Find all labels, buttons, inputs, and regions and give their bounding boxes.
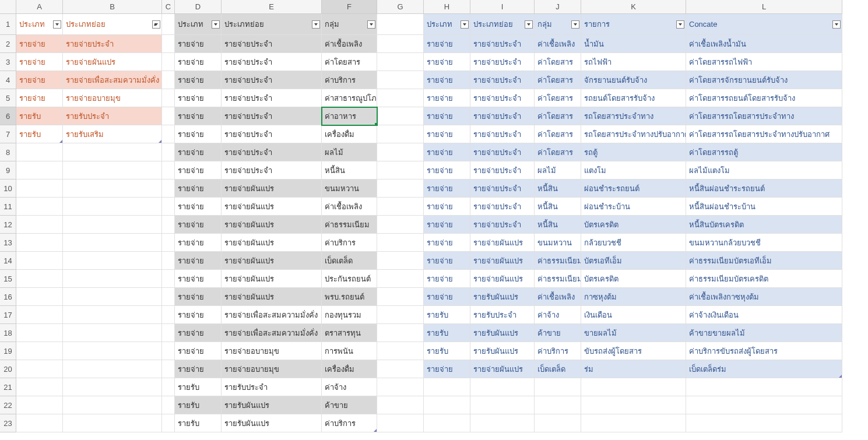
cell-J17[interactable]: ค่าจ้าง bbox=[535, 306, 581, 324]
cell-L10[interactable]: หนี้สินผ่อนชำระรถยนต์ bbox=[686, 179, 842, 198]
row-header-17[interactable]: 17 bbox=[0, 306, 16, 324]
cell-C18[interactable] bbox=[162, 324, 175, 342]
cell-H20[interactable]: รายจ่าย bbox=[424, 360, 470, 378]
cell-H13[interactable]: รายจ่าย bbox=[424, 234, 470, 252]
cell-F18[interactable]: ตราสารทุน bbox=[322, 324, 377, 342]
cell-L5[interactable]: ค่าโดยสารรถยนต์โดยสารรับจ้าง bbox=[686, 89, 842, 107]
cell-I13[interactable]: รายจ่ายผันแปร bbox=[470, 234, 535, 252]
cell-K17[interactable]: เงินเดือน bbox=[581, 306, 686, 324]
cell-I18[interactable]: รายรับผันแปร bbox=[470, 324, 535, 342]
cell-L14[interactable]: ค่าธรรมเนียมบัตรเอทีเอ็ม bbox=[686, 252, 842, 270]
cell-I1[interactable]: ประเภทย่อย bbox=[470, 14, 535, 35]
cell-K5[interactable]: รถยนต์โดยสารรับจ้าง bbox=[581, 89, 686, 107]
cell-C2[interactable] bbox=[162, 35, 175, 53]
cell-J2[interactable]: ค่าเชื้อเพลิง bbox=[535, 35, 581, 53]
cell-G19[interactable] bbox=[377, 342, 424, 360]
row-header-1[interactable]: 1 bbox=[0, 14, 16, 35]
cell-F17[interactable]: กองทุนรวม bbox=[322, 306, 377, 324]
cell-E6[interactable]: รายจ่ายประจำ bbox=[222, 107, 322, 125]
cell-B12[interactable] bbox=[63, 216, 162, 234]
cell-K1[interactable]: รายการ bbox=[581, 14, 686, 35]
cell-J22[interactable] bbox=[535, 396, 581, 414]
cell-H7[interactable]: รายจ่าย bbox=[424, 125, 470, 143]
cell-A13[interactable] bbox=[16, 234, 63, 252]
cell-D1[interactable]: ประเภท bbox=[175, 14, 222, 35]
cell-E12[interactable]: รายจ่ายผันแปร bbox=[222, 216, 322, 234]
cell-F1[interactable]: กลุ่ม bbox=[322, 14, 377, 35]
cell-I21[interactable] bbox=[470, 378, 535, 396]
cell-B7[interactable]: รายรับเสริม bbox=[63, 125, 162, 143]
cell-K2[interactable]: น้ำมัน bbox=[581, 35, 686, 53]
cell-F22[interactable]: ค้าขาย bbox=[322, 396, 377, 414]
cell-L4[interactable]: ค่าโดยสารจักรยานยนต์รับจ้าง bbox=[686, 71, 842, 89]
cell-F21[interactable]: ค่าจ้าง bbox=[322, 378, 377, 396]
cell-J7[interactable]: ค่าโดยสาร bbox=[535, 125, 581, 143]
cell-K9[interactable]: แตงโม bbox=[581, 161, 686, 179]
cell-J11[interactable]: หนี้สิน bbox=[535, 198, 581, 216]
cell-F7[interactable]: เครื่องดื่ม bbox=[322, 125, 377, 143]
cell-L19[interactable]: ค่าบริการขับรถส่งผู้โดยสาร bbox=[686, 342, 842, 360]
col-header-A[interactable]: A bbox=[16, 0, 63, 14]
row-header-10[interactable]: 10 bbox=[0, 179, 16, 198]
cell-A22[interactable] bbox=[16, 396, 63, 414]
row-header-9[interactable]: 9 bbox=[0, 161, 16, 179]
cell-E1[interactable]: ประเภทย่อย bbox=[222, 14, 322, 35]
cell-E16[interactable]: รายจ่ายผันแปร bbox=[222, 288, 322, 306]
cell-K15[interactable]: บัตรเครดิต bbox=[581, 270, 686, 288]
cell-B23[interactable] bbox=[63, 414, 162, 432]
col-header-H[interactable]: H bbox=[424, 0, 470, 14]
cell-G14[interactable] bbox=[377, 252, 424, 270]
cell-I17[interactable]: รายรับประจำ bbox=[470, 306, 535, 324]
cell-B18[interactable] bbox=[63, 324, 162, 342]
cell-A9[interactable] bbox=[16, 161, 63, 179]
cell-J18[interactable]: ค้าขาย bbox=[535, 324, 581, 342]
cell-J23[interactable] bbox=[535, 414, 581, 432]
cell-J6[interactable]: ค่าโดยสาร bbox=[535, 107, 581, 125]
cell-J19[interactable]: ค่าบริการ bbox=[535, 342, 581, 360]
cell-C13[interactable] bbox=[162, 234, 175, 252]
cell-D16[interactable]: รายจ่าย bbox=[175, 288, 222, 306]
cell-J20[interactable]: เบ็ดเตล็ด bbox=[535, 360, 581, 378]
cell-K23[interactable] bbox=[581, 414, 686, 432]
row-header-15[interactable]: 15 bbox=[0, 270, 16, 288]
cell-J4[interactable]: ค่าโดยสาร bbox=[535, 71, 581, 89]
cell-K3[interactable]: รถไฟฟ้า bbox=[581, 53, 686, 71]
cell-J12[interactable]: หนี้สิน bbox=[535, 216, 581, 234]
row-header-18[interactable]: 18 bbox=[0, 324, 16, 342]
cell-B17[interactable] bbox=[63, 306, 162, 324]
cell-C15[interactable] bbox=[162, 270, 175, 288]
cell-K21[interactable] bbox=[581, 378, 686, 396]
cell-E13[interactable]: รายจ่ายผันแปร bbox=[222, 234, 322, 252]
row-header-12[interactable]: 12 bbox=[0, 216, 16, 234]
cell-L3[interactable]: ค่าโดยสารรถไฟฟ้า bbox=[686, 53, 842, 71]
col-header-F[interactable]: F bbox=[322, 0, 377, 14]
cell-L6[interactable]: ค่าโดยสารรถโดยสารประจำทาง bbox=[686, 107, 842, 125]
cell-L23[interactable] bbox=[686, 414, 842, 432]
cell-F14[interactable]: เบ็ดเตล็ด bbox=[322, 252, 377, 270]
cell-K4[interactable]: จักรยานยนต์รับจ้าง bbox=[581, 71, 686, 89]
cell-I15[interactable]: รายจ่ายผันแปร bbox=[470, 270, 535, 288]
cell-B15[interactable] bbox=[63, 270, 162, 288]
cell-C14[interactable] bbox=[162, 252, 175, 270]
cell-B13[interactable] bbox=[63, 234, 162, 252]
cell-D20[interactable]: รายจ่าย bbox=[175, 360, 222, 378]
cell-C7[interactable] bbox=[162, 125, 175, 143]
cell-L18[interactable]: ค้าขายขายผลไม้ bbox=[686, 324, 842, 342]
cell-C10[interactable] bbox=[162, 179, 175, 198]
cell-D23[interactable]: รายรับ bbox=[175, 414, 222, 432]
cell-C8[interactable] bbox=[162, 143, 175, 161]
cell-K19[interactable]: ขับรถส่งผู้โดยสาร bbox=[581, 342, 686, 360]
cell-H18[interactable]: รายรับ bbox=[424, 324, 470, 342]
cell-A5[interactable]: รายจ่าย bbox=[16, 89, 63, 107]
cell-A15[interactable] bbox=[16, 270, 63, 288]
cell-K12[interactable]: บัตรเครดิต bbox=[581, 216, 686, 234]
cell-D22[interactable]: รายรับ bbox=[175, 396, 222, 414]
cell-C5[interactable] bbox=[162, 89, 175, 107]
cell-H15[interactable]: รายจ่าย bbox=[424, 270, 470, 288]
cell-L7[interactable]: ค่าโดยสารรถโดยสารประจำทางปรับอากาศ bbox=[686, 125, 842, 143]
cell-A1[interactable]: ประเภท bbox=[16, 14, 63, 35]
row-header-7[interactable]: 7 bbox=[0, 125, 16, 143]
cell-I14[interactable]: รายจ่ายผันแปร bbox=[470, 252, 535, 270]
col-header-L[interactable]: L bbox=[686, 0, 842, 14]
cell-G23[interactable] bbox=[377, 414, 424, 432]
